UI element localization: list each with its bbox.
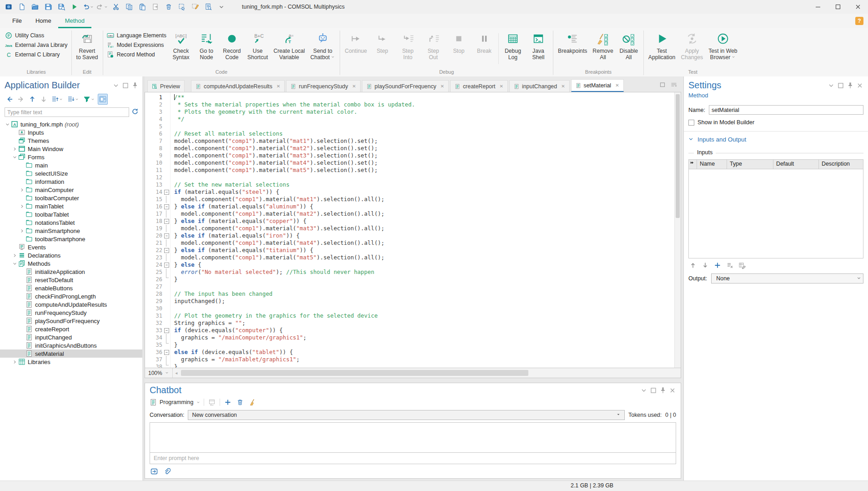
attach-file-button[interactable] — [162, 467, 171, 476]
ribbon-tab-file[interactable]: File — [5, 14, 29, 28]
move-row-down-button[interactable] — [702, 262, 709, 269]
inputs-table[interactable]: NameTypeDefaultDescriptionUnits — [688, 159, 863, 258]
cut-button[interactable] — [110, 1, 122, 12]
maximize-button[interactable] — [828, 0, 848, 14]
java-shell-button[interactable]: JavaShell — [526, 29, 551, 69]
scroll-left-arrow[interactable]: ◂ — [173, 368, 180, 378]
editor-tab-createReport[interactable]: createReport✕ — [450, 80, 508, 92]
tree-item-mainSmartphone[interactable]: mainSmartphone — [0, 227, 142, 235]
close-button[interactable] — [848, 0, 868, 14]
model-expressions-button[interactable]: a=Model Expressions — [107, 41, 166, 49]
tree-item-tuningforkmph[interactable]: Atuning_fork.mph(root) — [0, 120, 142, 128]
move-row-up-button[interactable] — [689, 262, 697, 269]
editor-tools-toggle-button[interactable] — [98, 94, 108, 105]
tree-item-toolbarTablet[interactable]: toolbarTablet — [0, 210, 142, 218]
panel-close-button[interactable] — [669, 387, 676, 394]
zoom-dropdown-icon[interactable] — [165, 370, 169, 376]
panel-float-button[interactable] — [837, 82, 844, 89]
tree-item-mainTablet[interactable]: mainTablet — [0, 202, 142, 210]
language-elements-button[interactable]: ABCLanguage Elements — [107, 32, 166, 39]
send-prompt-button[interactable] — [150, 467, 159, 476]
fold-marker[interactable]: − — [163, 349, 170, 356]
fold-column[interactable]: −−−−−−−− — [163, 92, 170, 368]
tree-item-createReport[interactable]: createReport — [0, 325, 142, 333]
tree-closed-chevron-icon[interactable] — [19, 188, 25, 192]
panel-pin-button[interactable] — [659, 387, 667, 394]
method-name-field[interactable] — [709, 105, 863, 115]
refresh-filter-button[interactable] — [131, 108, 139, 116]
editor-tab-computeAndUpdateResults[interactable]: computeAndUpdateResults✕ — [191, 80, 285, 92]
utility-class-button[interactable]: Utility Class — [5, 32, 68, 39]
step-out-button[interactable]: StepOut — [421, 29, 446, 69]
new-conversation-button[interactable] — [223, 398, 232, 407]
step-into-button[interactable]: StepInto — [395, 29, 421, 69]
external-c-library-button[interactable]: CExternal C Library — [5, 51, 68, 58]
app-button[interactable] — [2, 1, 15, 12]
help-button[interactable]: ? — [855, 17, 863, 25]
tree-item-enableButtons[interactable]: enableButtons — [0, 284, 142, 292]
tree-item-toolbarSmartphone[interactable]: toolbarSmartphone — [0, 235, 142, 243]
tree-item-initGraphicsAndButtons[interactable]: initGraphicsAndButtons — [0, 341, 142, 349]
panel-chevron-button[interactable] — [640, 387, 647, 394]
chat-mode-select[interactable]: Programming — [150, 399, 201, 406]
continue-button[interactable]: Continue — [342, 29, 370, 69]
close-tab-icon[interactable]: ✕ — [441, 84, 444, 89]
nav-back-button[interactable] — [5, 94, 15, 105]
tree-item-computeAndUpdateResults[interactable]: computeAndUpdateResults — [0, 300, 142, 309]
close-tab-icon[interactable]: ✕ — [561, 84, 565, 89]
tree-item-Events[interactable]: Events — [0, 243, 142, 251]
tree-item-resetToDefault[interactable]: resetToDefault — [0, 276, 142, 284]
tree-closed-chevron-icon[interactable] — [12, 360, 18, 364]
clear-conversation-button[interactable] — [248, 398, 257, 407]
zoom-control[interactable]: 100% — [145, 368, 173, 378]
editor-tab-playSoundForFrequency[interactable]: playSoundForFrequency✕ — [362, 80, 449, 92]
customize-toolbar-button[interactable] — [215, 1, 228, 12]
test-application-button[interactable]: TestApplication — [646, 29, 678, 69]
test-in-web-browser-button[interactable]: Test in WebBrowser — [706, 29, 740, 69]
tree-item-mainComputer[interactable]: mainComputer — [0, 186, 142, 194]
add-row-button[interactable] — [714, 262, 721, 269]
duplicate-button[interactable] — [149, 1, 162, 12]
editor-tab-inputChanged[interactable]: inputChanged✕ — [509, 80, 570, 92]
check-syntax-button[interactable]: [ABC]CheckSyntax — [168, 29, 194, 69]
tree-closed-chevron-icon[interactable] — [19, 229, 25, 233]
tree-closed-chevron-icon[interactable] — [19, 204, 25, 208]
panel-chevron-button[interactable] — [828, 82, 835, 89]
column-header-default[interactable]: Default — [773, 160, 819, 169]
insert-to-method-button[interactable] — [207, 398, 216, 407]
vertical-scrollbar-thumb[interactable] — [676, 94, 680, 218]
close-tab-icon[interactable]: ✕ — [500, 84, 503, 89]
fold-marker[interactable]: − — [163, 261, 170, 268]
send-to-chatbot-button[interactable]: Send toChatbot — [308, 29, 338, 69]
remove-all-button[interactable]: RemoveAll — [590, 29, 616, 69]
fold-marker[interactable]: − — [163, 327, 170, 334]
save-button[interactable] — [42, 1, 55, 12]
find-button[interactable] — [202, 1, 215, 12]
column-header-name[interactable]: Name — [697, 160, 727, 169]
tree-open-chevron-icon[interactable] — [12, 262, 18, 266]
horizontal-scrollbar[interactable]: ◂ — [173, 368, 681, 378]
tree-item-checkFindProngLength[interactable]: checkFindProngLength — [0, 292, 142, 300]
tree-item-runFrequencyStudy[interactable]: runFrequencyStudy — [0, 309, 142, 317]
revert-to-saved-button[interactable]: Revertto Saved — [74, 29, 101, 69]
close-tab-icon[interactable]: ✕ — [276, 84, 280, 89]
tree-item-MainWindow[interactable]: Main Window — [0, 145, 142, 153]
tree-item-main[interactable]: main — [0, 161, 142, 169]
tree-item-Themes[interactable]: Themes — [0, 137, 142, 145]
expand-columns-icon[interactable] — [689, 160, 697, 169]
step-button[interactable]: Step — [370, 29, 395, 69]
editor-tab-runFrequencyStudy[interactable]: runFrequencyStudy✕ — [286, 80, 361, 92]
tree-item-playSoundForFrequency[interactable]: playSoundForFrequency — [0, 317, 142, 325]
edit-table-button[interactable] — [738, 262, 746, 269]
tree-item-setMaterial[interactable]: setMaterial — [0, 349, 142, 358]
ribbon-tab-home[interactable]: Home — [29, 14, 58, 28]
break-button[interactable]: Break — [472, 29, 497, 69]
code-text[interactable]: /** * Sets the material properties when … — [170, 92, 681, 368]
fold-marker[interactable]: − — [163, 232, 170, 239]
close-tab-icon[interactable]: ✕ — [352, 84, 356, 89]
tree-item-information[interactable]: information — [0, 177, 142, 186]
inputs-and-output-section[interactable]: Inputs and Output — [688, 136, 863, 146]
tree-open-chevron-icon[interactable] — [12, 155, 18, 159]
debug-log-button[interactable]: DebugLog — [500, 29, 526, 69]
new-file-button[interactable] — [15, 1, 28, 12]
